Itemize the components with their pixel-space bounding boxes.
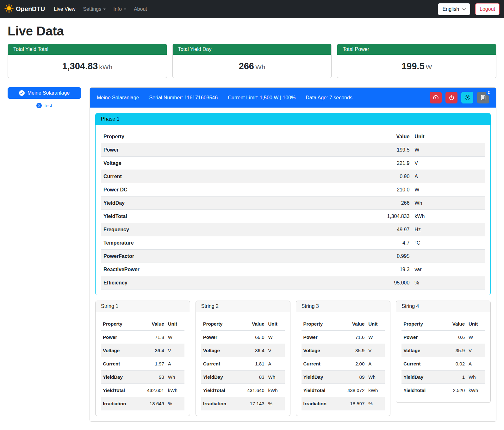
power-button[interactable] bbox=[445, 92, 457, 103]
table-row: YieldDay 266 Wh bbox=[101, 196, 485, 210]
unit-text: W bbox=[426, 63, 432, 71]
column-value: Value bbox=[316, 130, 412, 143]
nav-info[interactable]: Info bbox=[111, 4, 129, 15]
value-cell: 221.9 bbox=[316, 157, 412, 170]
chevron-down-icon bbox=[462, 7, 466, 10]
nav-about[interactable]: About bbox=[131, 4, 150, 15]
property-cell: Current bbox=[302, 357, 343, 371]
property-cell: YieldTotal bbox=[302, 384, 343, 397]
table-header-row: Property Value Unit bbox=[101, 317, 184, 331]
value-cell: 4.7 bbox=[316, 236, 412, 250]
brand-link[interactable]: OpenDTU bbox=[4, 4, 45, 15]
nav-settings[interactable]: Settings bbox=[80, 4, 108, 15]
card-value: 199.5W bbox=[337, 55, 496, 78]
property-cell: Power bbox=[401, 331, 443, 344]
logout-button[interactable]: Logout bbox=[475, 3, 500, 15]
device-info-button[interactable] bbox=[461, 92, 473, 103]
power-icon bbox=[449, 95, 455, 101]
column-value: Value bbox=[443, 317, 467, 331]
table-row: Irradiation 18.649 % bbox=[101, 397, 184, 410]
data-age: Data Age: 7 seconds bbox=[306, 95, 352, 101]
card-title: Total Yield Total bbox=[8, 44, 167, 55]
phase-1-card: Phase 1 Property Value Unit bbox=[95, 113, 491, 295]
unit-cell: kWh bbox=[412, 210, 485, 223]
table-row: Temperature 4.7 °C bbox=[101, 236, 485, 250]
unit-cell: V bbox=[166, 344, 184, 357]
table-row: Power 66.0 W bbox=[201, 331, 285, 344]
property-cell: Power bbox=[101, 143, 316, 157]
table-row: Current 2.00 A bbox=[302, 357, 385, 371]
inverter-panel-body: Phase 1 Property Value Unit bbox=[90, 108, 496, 421]
speedometer-icon bbox=[433, 95, 439, 101]
string-title: String 2 bbox=[196, 301, 290, 312]
string-table: Property Value Unit Power bbox=[101, 317, 184, 410]
event-log-button[interactable]: 2 bbox=[477, 92, 489, 103]
unit-cell: kWh bbox=[366, 384, 385, 397]
unit-cell: W bbox=[412, 183, 485, 196]
column-property: Property bbox=[201, 317, 243, 331]
inverter-select-test[interactable]: test bbox=[8, 103, 81, 108]
property-cell: YieldDay bbox=[401, 371, 443, 384]
column-unit: Unit bbox=[166, 317, 184, 331]
unit-cell: A bbox=[266, 357, 284, 371]
property-cell: Power bbox=[201, 331, 243, 344]
unit-cell bbox=[412, 250, 485, 263]
string-1-card: String 1 Property Value Unit bbox=[95, 301, 190, 416]
table-row: PowerFactor 0.995 bbox=[101, 250, 485, 263]
unit-cell: Wh bbox=[266, 371, 284, 384]
table-row: Power 0.6 W bbox=[401, 331, 485, 344]
unit-cell: kWh bbox=[467, 384, 485, 397]
string-table-body: Power 71.8 W Voltage 36.4 V bbox=[101, 331, 184, 410]
card-title: Total Yield Day bbox=[173, 44, 332, 55]
x-circle-icon bbox=[36, 103, 42, 108]
property-cell: YieldTotal bbox=[101, 384, 143, 397]
phase-table: Property Value Unit Power bbox=[101, 130, 485, 290]
string-body: Property Value Unit Power bbox=[296, 312, 390, 416]
unit-cell: Wh bbox=[467, 371, 485, 384]
column-unit: Unit bbox=[266, 317, 284, 331]
table-row: Power DC 210.0 W bbox=[101, 183, 485, 196]
string-table: Property Value Unit Power bbox=[401, 317, 485, 397]
unit-cell: kWh bbox=[166, 384, 184, 397]
property-cell: Voltage bbox=[101, 157, 316, 170]
unit-cell: V bbox=[266, 344, 284, 357]
table-row: YieldTotal 1,304.833 kWh bbox=[101, 210, 485, 223]
table-header-row: Property Value Unit bbox=[201, 317, 285, 331]
table-header-row: Property Value Unit bbox=[101, 130, 485, 143]
value-cell: 66.0 bbox=[243, 331, 266, 344]
unit-cell: % bbox=[166, 397, 184, 410]
limit-settings-button[interactable] bbox=[430, 92, 442, 103]
property-cell: YieldTotal bbox=[401, 384, 443, 397]
column-property: Property bbox=[101, 130, 316, 143]
inverter-sidebar: Meine Solaranlage test bbox=[8, 87, 81, 108]
table-row: Current 0.02 A bbox=[401, 357, 485, 371]
nav-links: Live View Settings Info About bbox=[50, 4, 151, 15]
value-cell: 1.81 bbox=[243, 357, 266, 371]
value-cell: 95.000 bbox=[316, 276, 412, 290]
column-unit: Unit bbox=[412, 130, 485, 143]
inverter-select-meine-solaranlage[interactable]: Meine Solaranlage bbox=[8, 87, 81, 99]
string-4-card: String 4 Property Value Unit bbox=[396, 301, 491, 403]
table-header-row: Property Value Unit bbox=[302, 317, 385, 331]
column-unit: Unit bbox=[366, 317, 385, 331]
page-title: Live Data bbox=[8, 24, 496, 38]
nav-live-view[interactable]: Live View bbox=[51, 4, 78, 15]
table-row: YieldDay 93 Wh bbox=[101, 371, 184, 384]
current-limit: Current Limit: 1,500 W | 100% bbox=[228, 95, 296, 101]
serial-number: Serial Number: 116171603546 bbox=[149, 95, 218, 101]
table-row: Power 199.5 W bbox=[101, 143, 485, 157]
unit-cell: Hz bbox=[412, 223, 485, 236]
summary-cards-row: Total Yield Total 1,304.83kWh Total Yiel… bbox=[8, 44, 496, 78]
total-power-card: Total Power 199.5W bbox=[337, 44, 496, 78]
phase-title: Phase 1 bbox=[96, 113, 490, 125]
value-cell: 0.02 bbox=[443, 357, 467, 371]
column-unit: Unit bbox=[467, 317, 485, 331]
language-select[interactable]: English bbox=[438, 3, 470, 15]
unit-text: kWh bbox=[99, 63, 112, 71]
value-cell: 36.4 bbox=[143, 344, 166, 357]
unit-cell: W bbox=[467, 331, 485, 344]
unit-cell: kWh bbox=[266, 384, 284, 397]
value-cell: 0.90 bbox=[316, 170, 412, 183]
panel-actions: 2 bbox=[430, 92, 489, 103]
value-cell: 1,304.833 bbox=[316, 210, 412, 223]
